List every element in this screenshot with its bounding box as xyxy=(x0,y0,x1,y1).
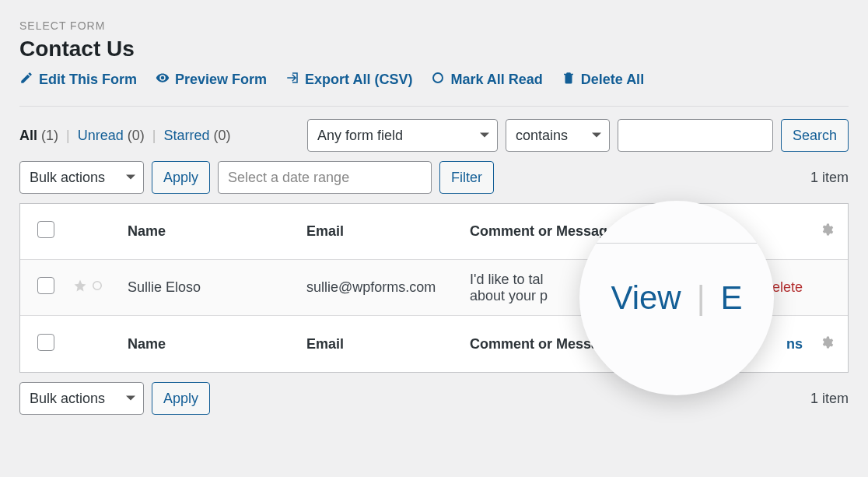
status-unread[interactable]: Unread xyxy=(78,128,124,143)
status-links: All (1) | Unread (0) | Starred (0) xyxy=(19,128,231,144)
magnified-separator: | xyxy=(697,279,705,317)
row-checkbox[interactable] xyxy=(37,277,54,294)
mark-read-label: Mark All Read xyxy=(450,72,542,88)
bulk-actions-select[interactable]: Bulk actions xyxy=(19,161,144,194)
magnifier-overlay: View | E xyxy=(579,201,774,395)
magnified-view-link[interactable]: View xyxy=(611,279,681,317)
status-starred-count: (0) xyxy=(214,128,231,143)
export-csv-label: Export All (CSV) xyxy=(305,72,412,88)
col-footer-email[interactable]: Email xyxy=(306,336,470,352)
search-button[interactable]: Search xyxy=(781,119,849,152)
cell-name: Sullie Eloso xyxy=(128,279,306,296)
apply-button-top[interactable]: Apply xyxy=(152,161,210,194)
eye-icon xyxy=(156,71,170,89)
items-count-top: 1 item xyxy=(810,170,849,186)
select-form-label: SELECT FORM xyxy=(19,19,849,32)
bulk-actions-select-bottom[interactable]: Bulk actions xyxy=(19,382,144,415)
trash-icon xyxy=(562,71,576,89)
status-starred[interactable]: Starred xyxy=(163,128,209,143)
select-all-checkbox[interactable] xyxy=(37,221,54,238)
preview-form-link[interactable]: Preview Form xyxy=(156,71,267,89)
export-csv-link[interactable]: Export All (CSV) xyxy=(285,71,412,89)
search-input[interactable] xyxy=(618,119,773,152)
gear-icon-bottom[interactable] xyxy=(820,337,834,352)
magnified-edit-initial: E xyxy=(721,279,743,317)
edit-form-label: Edit This Form xyxy=(39,72,137,88)
status-all-count: (1) xyxy=(41,128,58,143)
divider xyxy=(19,106,849,107)
edit-form-link[interactable]: Edit This Form xyxy=(19,71,137,89)
actions-label: ns xyxy=(786,336,803,352)
status-unread-count: (0) xyxy=(128,128,145,143)
page-title: Contact Us xyxy=(19,37,849,61)
col-header-email[interactable]: Email xyxy=(306,223,470,240)
apply-button-bottom[interactable]: Apply xyxy=(152,382,210,415)
col-header-name[interactable]: Name xyxy=(128,223,306,240)
star-icon[interactable] xyxy=(73,279,87,296)
svg-point-0 xyxy=(433,73,443,82)
mark-read-link[interactable]: Mark All Read xyxy=(431,71,542,89)
pencil-icon xyxy=(19,71,33,89)
filter-button[interactable]: Filter xyxy=(439,161,494,194)
export-icon xyxy=(285,71,299,89)
cell-email: sullie@wpforms.com xyxy=(306,279,470,296)
select-all-checkbox-bottom[interactable] xyxy=(37,334,54,351)
filter-row: All (1) | Unread (0) | Starred (0) Any f… xyxy=(19,119,849,161)
filter-controls: Any form field contains Search xyxy=(307,119,849,152)
delete-all-label: Delete All xyxy=(581,72,644,88)
items-count-bottom: 1 item xyxy=(810,391,849,407)
bulk-row: Bulk actions Apply Select a date range F… xyxy=(19,161,849,203)
svg-point-1 xyxy=(93,282,102,290)
action-bar: Edit This Form Preview Form Export All (… xyxy=(19,71,849,89)
date-range-input[interactable]: Select a date range xyxy=(218,161,432,194)
form-field-select[interactable]: Any form field xyxy=(307,119,498,152)
preview-form-label: Preview Form xyxy=(175,72,267,88)
gear-icon[interactable] xyxy=(820,224,834,240)
delete-all-link[interactable]: Delete All xyxy=(562,71,644,89)
read-status-icon[interactable] xyxy=(90,279,104,296)
status-all[interactable]: All xyxy=(19,128,37,143)
circle-icon xyxy=(431,71,445,89)
col-footer-name[interactable]: Name xyxy=(128,336,306,352)
operator-select[interactable]: contains xyxy=(506,119,610,152)
